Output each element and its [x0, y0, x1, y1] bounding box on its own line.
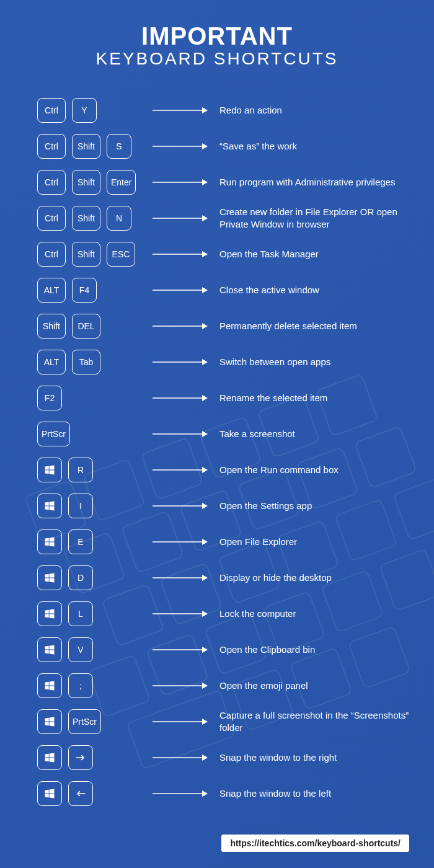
shortcut-description: Switch between open apps — [219, 356, 330, 368]
shortcut-row: ROpen the Run command box — [37, 452, 434, 488]
arrow-right-icon — [153, 322, 208, 330]
shortcut-description: Snap the window to the left — [219, 787, 331, 800]
key-combo: F2 — [37, 386, 149, 410]
key-cap: N — [107, 206, 131, 231]
arrow-right-icon — [153, 430, 208, 438]
shortcut-description: “Save as” the work — [219, 140, 297, 153]
arrow-right-icon — [153, 574, 208, 582]
key-cap: Shift — [72, 206, 100, 231]
shortcut-description: Create new folder in File Explorer OR op… — [219, 206, 412, 231]
shortcut-description: Take a screenshot — [219, 428, 295, 440]
key-cap: Ctrl — [37, 98, 66, 123]
key-cap: Ctrl — [37, 242, 66, 267]
shortcut-row: LLock the computer — [37, 596, 434, 632]
key-cap: ALT — [37, 278, 66, 303]
shortcut-description: Open the Clipboard bin — [219, 644, 315, 656]
key-cap: Shift — [72, 170, 100, 195]
arrow-left-key-icon — [68, 781, 93, 806]
shortcut-row: DDisplay or hide the desktop — [37, 560, 434, 596]
arrow-right-icon — [153, 286, 208, 294]
windows-key-icon — [37, 745, 62, 770]
key-combo: PrtScr — [37, 422, 149, 446]
key-combo: ; — [37, 673, 149, 698]
arrow-right-icon — [153, 358, 208, 366]
key-cap: E — [68, 529, 93, 554]
key-cap: S — [107, 134, 131, 159]
arrow-right-icon — [153, 106, 208, 115]
key-cap: ALT — [37, 350, 66, 374]
shortcut-description: Open the Settings app — [219, 500, 312, 512]
key-cap: I — [68, 494, 93, 518]
key-combo: CtrlY — [37, 98, 149, 123]
shortcut-description: Permanently delete selected item — [219, 320, 357, 332]
shortcut-description: Open the emoji panel — [219, 680, 308, 692]
key-combo: CtrlShiftS — [37, 134, 149, 159]
key-cap: F4 — [72, 278, 97, 303]
shortcut-row: CtrlShiftEnterRun program with Administr… — [37, 164, 434, 200]
key-cap: PrtScr — [68, 709, 101, 734]
arrow-right-key-icon — [68, 745, 93, 770]
title-line-2: KEYBOARD SHORTCUTS — [0, 49, 434, 69]
shortcut-description: Snap the window to the right — [219, 751, 337, 764]
title-line-1: IMPORTANT — [0, 22, 434, 50]
key-cap: Shift — [72, 242, 100, 267]
shortcut-row: CtrlYRedo an action — [37, 92, 434, 128]
key-cap: PrtScr — [37, 422, 70, 446]
key-cap: DEL — [72, 314, 100, 339]
shortcut-description: Lock the computer — [219, 608, 296, 620]
arrow-right-icon — [153, 466, 208, 474]
shortcut-row: VOpen the Clipboard bin — [37, 632, 434, 668]
windows-key-icon — [37, 709, 62, 734]
key-combo — [37, 745, 149, 770]
key-cap: F2 — [37, 386, 62, 410]
arrow-right-icon — [153, 753, 208, 762]
shortcut-description: Open the Task Manager — [219, 248, 319, 260]
shortcut-row: PrtScrTake a screenshot — [37, 416, 434, 452]
arrow-right-icon — [153, 502, 208, 510]
key-combo: R — [37, 458, 149, 482]
shortcut-row: CtrlShiftNCreate new folder in File Expl… — [37, 200, 434, 236]
shortcut-row: ALTTabSwitch between open apps — [37, 344, 434, 380]
arrow-right-icon — [153, 717, 208, 726]
key-combo: ShiftDEL — [37, 314, 149, 339]
shortcut-description: Redo an action — [219, 104, 282, 117]
arrow-right-icon — [153, 178, 208, 187]
shortcut-row: Snap the window to the left — [37, 776, 434, 812]
key-combo: D — [37, 565, 149, 590]
arrow-right-icon — [153, 609, 208, 618]
arrow-right-icon — [153, 142, 208, 151]
key-combo: PrtScr — [37, 709, 149, 734]
header: IMPORTANT KEYBOARD SHORTCUTS — [0, 0, 434, 81]
shortcut-row: F2Rename the selected item — [37, 380, 434, 416]
key-combo: CtrlShiftN — [37, 206, 149, 231]
key-combo: V — [37, 637, 149, 662]
shortcut-row: PrtScrCapture a full screenshot in the “… — [37, 704, 434, 740]
shortcut-list: CtrlYRedo an actionCtrlShiftS“Save as” t… — [0, 81, 434, 812]
shortcut-row: CtrlShiftS“Save as” the work — [37, 128, 434, 164]
key-combo: ALTTab — [37, 350, 149, 374]
shortcut-description: Close the active window — [219, 284, 319, 296]
arrow-right-icon — [153, 645, 208, 654]
shortcut-row: Snap the window to the right — [37, 740, 434, 776]
shortcut-row: ;Open the emoji panel — [37, 668, 434, 704]
key-cap: Tab — [72, 350, 100, 374]
shortcut-description: Run program with Administrative privileg… — [219, 176, 395, 188]
shortcut-description: Open File Explorer — [219, 536, 297, 548]
key-cap: R — [68, 458, 93, 482]
key-combo: CtrlShiftESC — [37, 242, 149, 267]
arrow-right-icon — [153, 681, 208, 690]
shortcut-description: Capture a full screenshot in the “Screen… — [219, 709, 412, 735]
windows-key-icon — [37, 494, 62, 518]
arrow-right-icon — [153, 538, 208, 546]
windows-key-icon — [37, 781, 62, 806]
arrow-right-icon — [153, 250, 208, 259]
key-cap: L — [68, 601, 93, 626]
key-cap: ; — [68, 673, 93, 698]
key-cap: Ctrl — [37, 134, 66, 159]
arrow-right-icon — [153, 789, 208, 798]
key-combo: I — [37, 494, 149, 518]
arrow-right-icon — [153, 214, 208, 223]
key-cap: Enter — [107, 170, 136, 195]
arrow-right-icon — [153, 394, 208, 402]
key-combo — [37, 781, 149, 806]
